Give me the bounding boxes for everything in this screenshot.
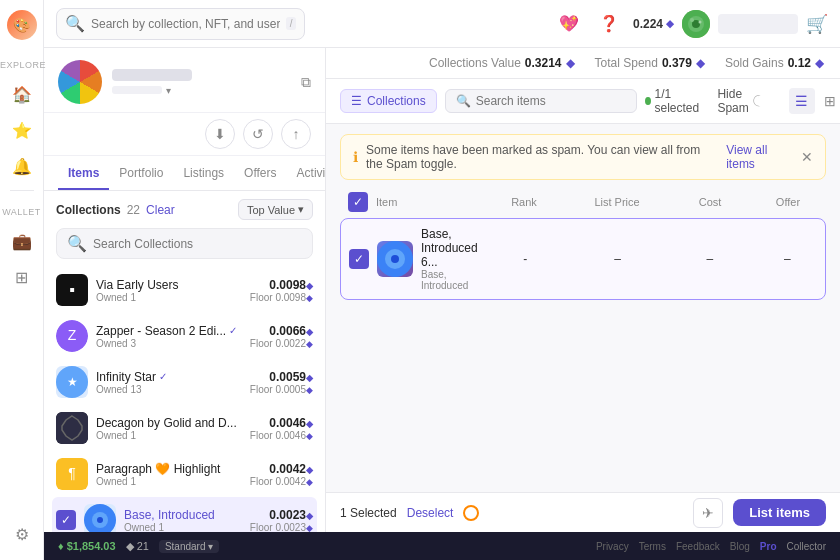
sold-gains-label: Sold Gains [725, 56, 784, 70]
total-spend-stat: Total Spend 0.379◆ [595, 56, 705, 70]
footer-standard-btn[interactable]: Standard ▾ [159, 540, 219, 553]
tab-activity[interactable]: Activity [287, 156, 326, 190]
search-items-bar[interactable]: 🔍 [445, 89, 637, 113]
download-icon-btn[interactable]: ⬇ [205, 119, 235, 149]
select-all-checkbox[interactable]: ✓ [348, 192, 368, 212]
collection-item[interactable]: Z Zapper - Season 2 Edi... ✓ Owned 3 0.0… [52, 313, 317, 359]
profile-avatar [58, 60, 102, 104]
collection-value-5: 0.0023◆ Floor 0.0023◆ [250, 508, 313, 533]
view-all-items-link[interactable]: View all items [726, 143, 785, 171]
app-logo[interactable]: 🎨 [7, 10, 37, 40]
help-icon[interactable]: ❓ [593, 8, 625, 40]
sidebar-divider [10, 190, 34, 191]
spam-close-btn[interactable]: ✕ [801, 149, 813, 165]
cart-icon[interactable]: 🛒 [806, 13, 828, 35]
sold-gains-value: 0.12 [788, 56, 811, 70]
global-footer: ♦ $1,854.03 ◆ 21 Standard ▾ Privacy Term… [44, 532, 840, 560]
eth-price: 0.224 ◆ [633, 17, 674, 31]
collections-filter-label: Collections [367, 94, 426, 108]
collection-item-selected[interactable]: ✓ Base, Introduced Owned 1 [52, 497, 317, 532]
deselect-link[interactable]: Deselect [407, 506, 454, 520]
collections-filter-btn[interactable]: ☰ Collections [340, 89, 437, 113]
main-area: 🔍 / 💖 ❓ 0.224 ◆ 🛒 [44, 0, 840, 560]
total-spend-label: Total Spend [595, 56, 658, 70]
sidebar-star-icon[interactable]: ⭐ [6, 114, 38, 146]
clear-collections-btn[interactable]: Clear [146, 203, 175, 217]
collections-list: ▪ Via Early Users Owned 1 0.0098◆ Floor … [44, 267, 325, 532]
collection-item[interactable]: ▪ Via Early Users Owned 1 0.0098◆ Floor … [52, 267, 317, 313]
header-list-price: List Price [572, 196, 662, 208]
search-collections-bar[interactable]: 🔍 [56, 228, 313, 259]
search-collections-input[interactable] [93, 237, 302, 251]
collection-checkbox-5[interactable]: ✓ [56, 510, 76, 530]
collection-thumb-4: ¶ [56, 458, 88, 490]
tab-portfolio[interactable]: Portfolio [109, 156, 173, 190]
hide-spam-text: Hide Spam [717, 87, 748, 115]
tab-offers[interactable]: Offers [234, 156, 286, 190]
header-rank: Rank [484, 196, 564, 208]
sort-label: Top Value [247, 204, 295, 216]
profile-dropdown-icon[interactable]: ▾ [166, 85, 171, 96]
footer-terms-link[interactable]: Terms [639, 541, 666, 552]
collection-thumb-1: Z [56, 320, 88, 352]
infinity-star-icon: ★ [56, 366, 88, 398]
collection-floor-3: Floor 0.0046◆ [250, 430, 313, 441]
user-avatar[interactable] [682, 10, 710, 38]
header-checkbox: ✓ [348, 192, 368, 212]
collections-toolbar: Collections 22 Clear Top Value ▾ [44, 191, 325, 228]
footer-pro-label[interactable]: Pro [760, 541, 777, 552]
sidebar-grid-icon[interactable]: ⊞ [6, 261, 38, 293]
collection-info-1: Zapper - Season 2 Edi... ✓ Owned 3 [96, 324, 242, 349]
footer-privacy-link[interactable]: Privacy [596, 541, 629, 552]
explore-label: Explore [0, 60, 43, 70]
sidebar-home-icon[interactable]: 🏠 [6, 78, 38, 110]
footer-blog-link[interactable]: Blog [730, 541, 750, 552]
collection-item[interactable]: ¶ Paragraph 🧡 Highlight Owned 1 0.0042◆ … [52, 451, 317, 497]
left-collections-panel: ▾ ⧉ ⬇ ↺ ↑ Items Portfolio Listings Offer… [44, 48, 326, 532]
sidebar-bell-icon[interactable]: 🔔 [6, 150, 38, 182]
list-view-btn[interactable]: ☰ [789, 88, 815, 114]
svg-text:¶: ¶ [68, 465, 76, 481]
collection-name-3: Decagon by Golid and D... [96, 416, 242, 430]
header-item: Item [376, 196, 476, 208]
global-search-bar[interactable]: 🔍 / [56, 8, 305, 40]
zapper-icon: Z [56, 320, 88, 352]
username-placeholder [718, 14, 798, 34]
grid-view-btn[interactable]: ⊞ [817, 88, 840, 114]
tab-items[interactable]: Items [58, 156, 109, 190]
deselect-dot[interactable] [463, 505, 479, 521]
collection-price-0: 0.0098◆ [250, 278, 313, 292]
spam-notice: ℹ Some items have been marked as spam. Y… [340, 134, 826, 180]
svg-point-4 [699, 20, 702, 23]
selected-dot [645, 97, 651, 105]
profile-header: ▾ ⧉ [44, 48, 325, 113]
row-checkbox-0[interactable]: ✓ [349, 249, 369, 269]
list-items-btn[interactable]: List items [733, 499, 826, 526]
footer-feedback-link[interactable]: Feedback [676, 541, 720, 552]
sort-chevron-icon: ▾ [298, 203, 304, 216]
collection-info-0: Via Early Users Owned 1 [96, 278, 242, 303]
search-input[interactable] [91, 17, 280, 31]
heart-icon[interactable]: 💖 [553, 8, 585, 40]
collection-item[interactable]: Decagon by Golid and D... Owned 1 0.0046… [52, 405, 317, 451]
collection-floor-4: Floor 0.0042◆ [250, 476, 313, 487]
send-icon-btn[interactable]: ✈ [693, 498, 723, 528]
collection-value-0: 0.0098◆ Floor 0.0098◆ [250, 278, 313, 303]
sidebar-wallet-icon[interactable]: 💼 [6, 225, 38, 257]
item-name-0: Base, Introduced 6... [421, 227, 478, 269]
verified-badge-2: ✓ [159, 371, 167, 382]
footer-collector-label[interactable]: Collector [787, 541, 826, 552]
refresh-icon-btn[interactable]: ↺ [243, 119, 273, 149]
collection-owned-5: Owned 1 [124, 522, 242, 533]
collection-name-4: Paragraph 🧡 Highlight [96, 462, 242, 476]
collection-owned-1: Owned 3 [96, 338, 242, 349]
copy-address-icon[interactable]: ⧉ [301, 74, 311, 91]
collections-count: 22 [127, 203, 140, 217]
collection-floor-5: Floor 0.0023◆ [250, 522, 313, 533]
share-icon-btn[interactable]: ↑ [281, 119, 311, 149]
tab-listings[interactable]: Listings [173, 156, 234, 190]
search-items-input[interactable] [476, 94, 626, 108]
sidebar-settings-icon[interactable]: ⚙ [6, 518, 38, 550]
sort-collections-btn[interactable]: Top Value ▾ [238, 199, 313, 220]
collection-item[interactable]: ★ Infinity Star ✓ Owned 13 0.0059◆ [52, 359, 317, 405]
